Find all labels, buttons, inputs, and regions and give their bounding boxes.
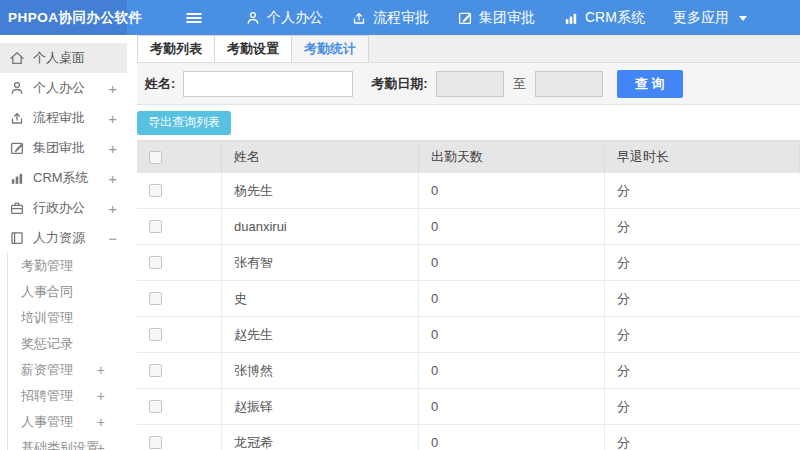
sidebar-subitem-label: 人事管理 — [21, 413, 73, 431]
home-icon — [9, 50, 25, 66]
cell-early: 分 — [605, 281, 800, 316]
row-checkbox[interactable] — [149, 364, 162, 377]
row-checkbox[interactable] — [149, 436, 162, 449]
sidebar-item-0[interactable]: 个人桌面 — [0, 43, 127, 73]
sidebar-subitem-label: 培训管理 — [21, 309, 73, 327]
row-checkbox[interactable] — [149, 400, 162, 413]
row-checkbox[interactable] — [149, 220, 162, 233]
sidebar-subitem-3[interactable]: 奖惩记录 — [8, 331, 127, 357]
search-button[interactable]: 查 询 — [617, 70, 683, 98]
cell-early: 分 — [605, 389, 800, 424]
briefcase-icon — [9, 200, 25, 216]
expand-toggle-icon[interactable]: + — [97, 362, 105, 378]
sidebar-subitem-6[interactable]: 人事管理+ — [8, 409, 127, 435]
date-range-separator: 至 — [513, 75, 526, 93]
sidebar-item-3[interactable]: 集团审批+ — [0, 133, 127, 163]
sidebar-subitem-label: 奖惩记录 — [21, 335, 73, 353]
sidebar-item-label: 集团审批 — [33, 139, 85, 157]
row-checkbox[interactable] — [149, 256, 162, 269]
nav-item-1[interactable]: 流程审批 — [337, 0, 443, 35]
sidebar-subitem-4[interactable]: 薪资管理+ — [8, 357, 127, 383]
attendance-table: 姓名 出勤天数 早退时长 杨先生 0 分 duanxirui 0 分 张有智 0… — [137, 140, 800, 450]
sidebar-item-5[interactable]: 行政办公+ — [0, 193, 127, 223]
date-to-input[interactable] — [535, 71, 603, 97]
chart-icon — [563, 10, 579, 26]
expand-toggle-icon[interactable]: − — [108, 230, 117, 247]
date-filter-label: 考勤日期: — [371, 75, 427, 93]
row-checkbox[interactable] — [149, 328, 162, 341]
cell-name: 史 — [222, 281, 419, 316]
nav-item-4[interactable]: 更多应用 — [659, 0, 765, 35]
select-all-checkbox[interactable] — [149, 151, 162, 164]
cell-days: 0 — [419, 317, 605, 352]
row-checkbox[interactable] — [149, 184, 162, 197]
sidebar-item-4[interactable]: CRM系统+ — [0, 163, 127, 193]
cell-early: 分 — [605, 209, 800, 244]
sidebar-subitem-0[interactable]: 考勤管理 — [8, 253, 127, 279]
sidebar-subitem-2[interactable]: 培训管理 — [8, 305, 127, 331]
sidebar-submenu-hr: 考勤管理人事合同培训管理奖惩记录薪资管理+招聘管理+人事管理+基础类别设置+ — [7, 253, 127, 450]
top-nav: 个人办公流程审批集团审批CRM系统更多应用 — [127, 0, 800, 35]
tab-1[interactable]: 考勤设置 — [215, 35, 292, 62]
caret-down-icon — [735, 10, 751, 26]
sidebar-subitem-label: 招聘管理 — [21, 387, 73, 405]
sidebar-subitem-7[interactable]: 基础类别设置+ — [8, 435, 127, 450]
tab-2[interactable]: 考勤统计 — [292, 35, 369, 62]
expand-toggle-icon[interactable]: + — [97, 388, 105, 404]
sidebar-item-label: CRM系统 — [33, 169, 89, 187]
sidebar-subitem-1[interactable]: 人事合同 — [8, 279, 127, 305]
book-icon — [9, 230, 25, 246]
nav-item-3[interactable]: CRM系统 — [549, 0, 659, 35]
cell-name: 赵振铎 — [222, 389, 419, 424]
tab-0[interactable]: 考勤列表 — [137, 35, 215, 62]
app-logo: PHPOA协同办公软件 — [0, 0, 127, 35]
cell-name: 张博然 — [222, 353, 419, 388]
cell-name: 杨先生 — [222, 173, 419, 208]
menu-icon[interactable] — [185, 9, 203, 27]
row-checkbox[interactable] — [149, 292, 162, 305]
nav-item-label: 更多应用 — [673, 9, 729, 27]
sidebar-item-6[interactable]: 人力资源− — [0, 223, 127, 253]
column-header-early: 早退时长 — [605, 141, 800, 173]
expand-toggle-icon[interactable]: + — [108, 140, 117, 157]
toolbar-row: 导出查询列表 — [137, 105, 800, 140]
table-row-2: 张有智 0 分 — [137, 245, 800, 281]
expand-toggle-icon[interactable]: + — [108, 110, 117, 127]
sidebar-item-1[interactable]: 个人办公+ — [0, 73, 127, 103]
table-row-6: 赵振铎 0 分 — [137, 389, 800, 425]
nav-item-label: CRM系统 — [585, 9, 645, 27]
nav-item-label: 个人办公 — [267, 9, 323, 27]
column-header-name: 姓名 — [222, 141, 419, 173]
name-filter-input[interactable] — [183, 71, 353, 97]
edit-icon — [457, 10, 473, 26]
sidebar-item-2[interactable]: 流程审批+ — [0, 103, 127, 133]
cell-days: 0 — [419, 425, 605, 450]
date-from-input[interactable] — [436, 71, 504, 97]
export-list-button[interactable]: 导出查询列表 — [137, 111, 231, 135]
sidebar-item-label: 行政办公 — [33, 199, 85, 217]
expand-toggle-icon[interactable]: + — [97, 440, 105, 450]
table-row-4: 赵先生 0 分 — [137, 317, 800, 353]
nav-item-2[interactable]: 集团审批 — [443, 0, 549, 35]
sidebar-subitem-label: 人事合同 — [21, 283, 73, 301]
column-header-days: 出勤天数 — [419, 141, 605, 173]
table-row-3: 史 0 分 — [137, 281, 800, 317]
cell-days: 0 — [419, 209, 605, 244]
nav-item-label: 集团审批 — [479, 9, 535, 27]
sidebar: 个人桌面个人办公+流程审批+集团审批+CRM系统+行政办公+人力资源− 考勤管理… — [0, 35, 127, 450]
cell-early: 分 — [605, 173, 800, 208]
cell-name: 张有智 — [222, 245, 419, 280]
name-filter-label: 姓名: — [145, 75, 175, 93]
sidebar-subitem-label: 薪资管理 — [21, 361, 73, 379]
expand-toggle-icon[interactable]: + — [108, 80, 117, 97]
sidebar-main-menu: 个人桌面个人办公+流程审批+集团审批+CRM系统+行政办公+人力资源− — [0, 43, 127, 253]
expand-toggle-icon[interactable]: + — [97, 414, 105, 430]
cell-name: duanxirui — [222, 209, 419, 244]
table-header-row: 姓名 出勤天数 早退时长 — [137, 141, 800, 173]
table-body: 杨先生 0 分 duanxirui 0 分 张有智 0 分 史 0 分 赵先生 … — [137, 173, 800, 450]
nav-item-0[interactable]: 个人办公 — [231, 0, 337, 35]
expand-toggle-icon[interactable]: + — [108, 200, 117, 217]
expand-toggle-icon[interactable]: + — [108, 170, 117, 187]
sidebar-item-label: 个人桌面 — [33, 49, 85, 67]
sidebar-subitem-5[interactable]: 招聘管理+ — [8, 383, 127, 409]
